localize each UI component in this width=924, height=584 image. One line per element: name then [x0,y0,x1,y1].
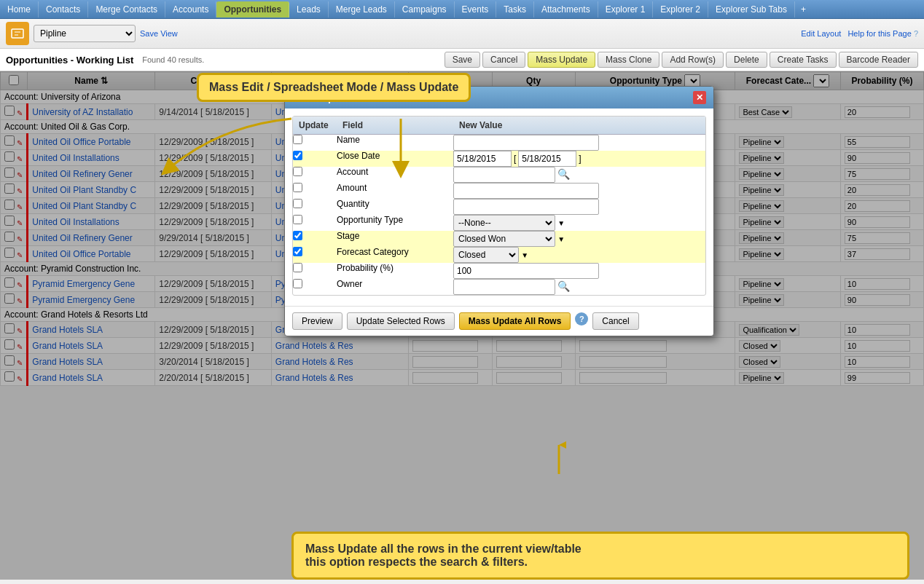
field-amount-check-cell [293,183,337,199]
help-question-button[interactable]: ? [575,312,588,325]
nav-attachments[interactable]: Attachments [534,1,598,17]
help-link[interactable]: Help for this Page [847,29,911,38]
field-prob-checkbox[interactable] [293,263,302,272]
barcode-reader-button[interactable]: Barcode Reader [839,52,918,68]
field-qty-label: Quantity [337,199,453,215]
field-account-checkbox[interactable] [293,167,302,176]
nav-events[interactable]: Events [455,1,497,17]
toolbar-buttons: Save Cancel Mass Update Mass Clone Add R… [445,52,918,68]
help-icon[interactable]: ? [914,29,918,38]
date-bracket-close: ] [579,154,581,164]
field-closedate-value: [ ] [453,151,705,167]
nav-contacts[interactable]: Contacts [39,1,88,17]
field-name-checkbox[interactable] [293,135,302,144]
field-stage-select[interactable]: Prospecting Qualification Needs Analysis… [453,231,555,247]
field-account-search-icon[interactable]: 🔍 [557,168,570,180]
nav-add-tab[interactable]: + [795,1,812,17]
field-opptype-label: Opportunity Type [337,215,453,231]
field-owner-input[interactable] [453,279,555,295]
nav-home[interactable]: Home [0,1,39,17]
field-name-label: Name [337,135,453,151]
field-owner-label: Owner [337,279,453,295]
field-account-input[interactable] [453,167,555,183]
field-amount-value [453,183,705,199]
nav-campaigns[interactable]: Campaigns [395,1,455,17]
field-prob-label: Probability (%) [337,263,453,279]
callout-bottom: Mass Update all the rows in the current … [291,532,909,580]
field-forecast-checkbox[interactable] [293,247,302,256]
field-opptype-checkbox[interactable] [293,215,302,224]
field-stage-checkbox[interactable] [293,231,302,240]
top-navigation: Home Contacts Merge Contacts Accounts Op… [0,0,924,19]
field-closedate-input2[interactable] [518,151,576,167]
page-header: Pipline Save View Edit Layout Help for t… [0,19,924,49]
add-rows-button[interactable]: Add Row(s) [662,52,724,68]
delete-button[interactable]: Delete [726,52,767,68]
nav-opportunities[interactable]: Opportunities [216,1,289,17]
mass-update-dialog: Mass Update ✕ Update Field New Value Nam… [284,86,714,336]
forecast-dropdown-icon[interactable]: ▼ [521,251,528,259]
field-stage-check-cell [293,231,337,247]
nav-explorer1[interactable]: Explorer 1 [598,1,654,17]
field-opptype-check-cell [293,215,337,231]
field-amount-checkbox[interactable] [293,183,302,192]
field-prob-check-cell [293,263,337,279]
callout-top: Mass Edit / Spreadsheet Mode / Mass Upda… [197,73,471,102]
field-qty-checkbox[interactable] [293,199,302,208]
dialog-cancel-button[interactable]: Cancel [592,312,638,330]
nav-leads[interactable]: Leads [289,1,329,17]
field-closedate-checkbox[interactable] [293,151,302,160]
svg-rect-0 [12,29,23,38]
field-qty-input[interactable] [453,199,599,215]
field-prob-value [453,263,705,279]
field-stage-label: Stage [337,231,453,247]
mass-update-all-button[interactable]: Mass Update All Rows [459,312,571,330]
field-name-value [453,135,705,151]
field-owner-search-icon[interactable]: 🔍 [557,280,570,292]
mass-update-button[interactable]: Mass Update [528,52,595,68]
field-opptype-value: --None-- New Business Existing Business … [453,215,705,231]
field-amount-label: Amount [337,183,453,199]
field-closedate-check-cell [293,151,337,167]
field-opptype-select[interactable]: --None-- New Business Existing Business [453,215,555,231]
col-header-field: Field [337,117,453,135]
preview-button[interactable]: Preview [292,312,342,330]
field-owner-check-cell [293,279,337,295]
col-header-update: Update [293,117,337,135]
update-selected-button[interactable]: Update Selected Rows [347,312,455,330]
stage-dropdown-icon[interactable]: ▼ [557,235,565,243]
date-bracket-open: [ [514,154,516,164]
nav-merge-contacts[interactable]: Merge Contacts [88,1,165,17]
edit-layout-link[interactable]: Edit Layout [801,29,841,38]
field-name-input[interactable] [453,135,599,151]
table-area: Name ⇅ Close Date Account Amount Qty Opp… [0,71,924,580]
field-name-check-cell [293,135,337,151]
field-account-value: 🔍 [453,167,705,183]
dialog-close-button[interactable]: ✕ [693,91,706,104]
save-button[interactable]: Save [445,52,480,68]
field-amount-input[interactable] [453,183,599,199]
opptype-dropdown-icon[interactable]: ▼ [557,219,565,227]
nav-accounts[interactable]: Accounts [165,1,216,17]
save-view-link[interactable]: Save View [140,29,178,38]
nav-merge-leads[interactable]: Merge Leads [329,1,395,17]
results-count: Found 40 results. [142,55,204,64]
create-tasks-button[interactable]: Create Tasks [770,52,837,68]
nav-tasks[interactable]: Tasks [496,1,534,17]
view-selector[interactable]: Pipline [34,25,136,42]
mass-clone-button[interactable]: Mass Clone [598,52,659,68]
field-forecast-select[interactable]: Pipeline Best Case Commit Closed Omitted [453,247,519,263]
module-icon [6,22,29,45]
field-closedate-input1[interactable] [453,151,512,167]
field-forecast-check-cell [293,247,337,263]
cancel-button[interactable]: Cancel [482,52,525,68]
nav-explorer2[interactable]: Explorer 2 [653,1,708,17]
field-owner-checkbox[interactable] [293,279,302,288]
field-qty-value [453,199,705,215]
field-qty-check-cell [293,199,337,215]
nav-explorer-sub[interactable]: Explorer Sub Tabs [708,1,795,17]
dialog-body: Update Field New Value Name Close Date [… [285,108,713,303]
field-forecast-value: Pipeline Best Case Commit Closed Omitted… [453,247,705,263]
page-header-right: Edit Layout Help for this Page ? [796,29,918,38]
field-prob-input[interactable] [453,263,599,279]
